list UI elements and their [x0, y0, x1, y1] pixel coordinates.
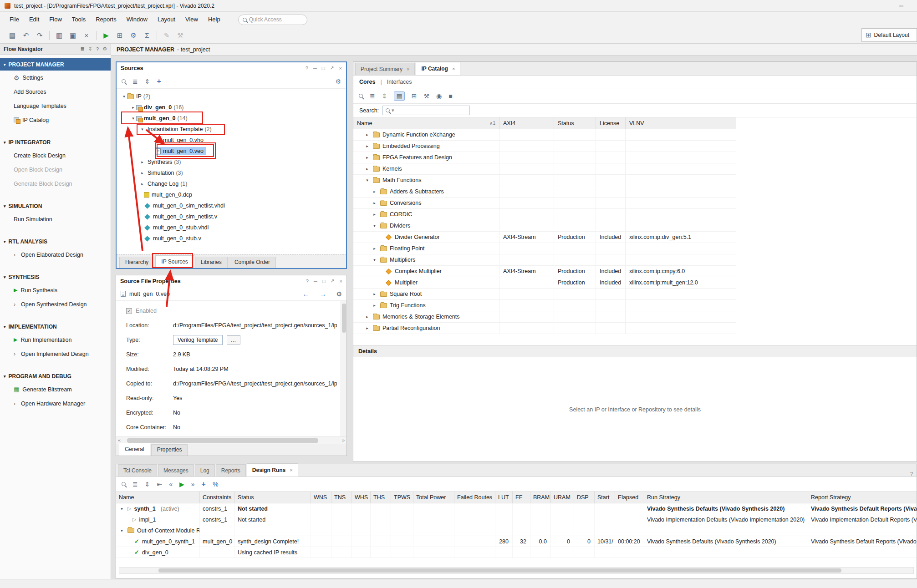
expander-icon[interactable]: ▸ — [364, 167, 370, 171]
column-header-axi4[interactable]: AXI4 — [499, 117, 554, 129]
chevron-right-icon[interactable]: › — [14, 351, 18, 357]
taxonomy-icon[interactable]: ⊞ — [412, 92, 417, 100]
flow-section-project-manager[interactable]: ▾ PROJECT MANAGER — [0, 58, 111, 71]
tree-item-mult-gen-0-dcp[interactable]: mult_gen_0.dcp — [117, 189, 346, 200]
catalog-row-divider-generator[interactable]: Divider Generator AXI4-Stream Production… — [353, 232, 736, 243]
subtab-interfaces[interactable]: Interfaces — [387, 79, 412, 85]
tree-item-div-gen-0[interactable]: ▸ div_gen_0 (16) — [117, 102, 346, 113]
menu-window[interactable]: Window — [122, 12, 153, 27]
catalog-row[interactable]: ▸Trig Functions — [353, 300, 736, 311]
expander-icon[interactable]: ▸ — [372, 292, 377, 296]
column-header[interactable]: Name — [116, 492, 199, 503]
enabled-checkbox[interactable]: ✓ — [126, 308, 132, 314]
column-header-license[interactable]: License — [596, 117, 625, 129]
flow-item-open-elaborated-design[interactable]: › Open Elaborated Design — [0, 248, 111, 262]
settings-wrench-icon[interactable]: ⚒ — [423, 92, 429, 100]
tab-ip-sources[interactable]: IP Sources — [155, 255, 194, 268]
catalog-row[interactable]: ▸Floating Point — [353, 243, 736, 254]
flow-item-settings[interactable]: ⚙ Settings — [0, 71, 111, 85]
expander-icon[interactable]: ▾ — [130, 116, 136, 121]
column-header[interactable]: DSP — [574, 492, 594, 503]
horizontal-scrollbar[interactable]: « » — [116, 436, 346, 444]
tree-item-instantiation-template[interactable]: ▾ Instantiation Template (2) — [117, 124, 346, 135]
scroll-right-icon[interactable]: » — [342, 437, 345, 443]
expander-icon[interactable]: ▾ — [121, 94, 127, 99]
flow-item-generate-block-design[interactable]: Generate Block Design — [0, 177, 111, 191]
scrollbar-thumb[interactable] — [342, 304, 346, 333]
column-header[interactable]: Run Strategy — [644, 492, 808, 503]
column-header[interactable]: LUT — [495, 492, 512, 503]
menu-tools[interactable]: Tools — [67, 12, 91, 27]
step-forward-icon[interactable]: » — [191, 481, 195, 488]
forward-icon[interactable]: → — [319, 290, 326, 298]
catalog-row[interactable]: ▸Embedded Processing — [353, 141, 736, 152]
column-header[interactable]: WNS — [311, 492, 331, 503]
close-icon[interactable]: × — [339, 66, 342, 71]
stop-icon[interactable]: ■ — [448, 92, 452, 100]
flow-item-open-block-design[interactable]: Open Block Design — [0, 162, 111, 177]
column-header-name[interactable]: Name ∧1 — [353, 117, 499, 129]
expander-icon[interactable]: ▾ — [139, 127, 145, 132]
tab-messages[interactable]: Messages — [158, 464, 194, 476]
expander-icon[interactable]: ▸ — [364, 144, 370, 148]
catalog-row[interactable]: ▸Dynamic Function eXchange — [353, 129, 736, 141]
expand-all-icon[interactable]: ⇕ — [145, 481, 150, 488]
catalog-search-input[interactable]: ▾ — [382, 106, 470, 115]
gear-icon[interactable]: ⚙ — [336, 290, 342, 298]
scroll-left-icon[interactable]: « — [118, 437, 121, 443]
expander-icon[interactable]: ▸ — [372, 201, 377, 205]
run-row-div-gen-0[interactable]: ✓div_gen_0 Using cached IP results — [116, 547, 917, 558]
minimize-button[interactable]: ─ — [899, 2, 912, 9]
flow-steps-icon[interactable]: ⊞ — [113, 31, 127, 40]
help-icon[interactable]: ? — [306, 66, 308, 71]
minimize-icon[interactable]: ─ — [313, 66, 317, 71]
flow-item-add-sources[interactable]: Add Sources — [0, 85, 111, 99]
column-header[interactable]: WHS — [352, 492, 370, 503]
flow-item-run-implementation[interactable]: ▶ Run Implementation — [0, 333, 111, 347]
collapse-all-icon[interactable]: ≣ — [81, 46, 85, 52]
run-icon[interactable]: ▶ — [179, 481, 184, 488]
help-icon[interactable]: ? — [96, 46, 99, 52]
add-sources-icon[interactable]: + — [157, 77, 161, 86]
browse-button[interactable]: … — [227, 335, 240, 345]
first-icon[interactable]: ⇤ — [157, 481, 162, 488]
search-icon[interactable] — [359, 94, 363, 98]
catalog-row[interactable]: ▸Conversions — [353, 198, 736, 209]
menu-flow[interactable]: Flow — [44, 12, 66, 27]
close-icon[interactable]: × — [407, 64, 409, 75]
sum-icon[interactable]: Σ — [140, 31, 154, 39]
tree-item-change-log[interactable]: ▸ Change Log (1) — [117, 178, 346, 189]
expander-icon[interactable]: ▸ — [364, 155, 370, 160]
chevron-right-icon[interactable]: › — [14, 400, 18, 407]
report-icon[interactable]: ▥ — [52, 31, 66, 40]
catalog-row[interactable]: ▸Square Root — [353, 289, 736, 300]
flow-item-open-synthesized-design[interactable]: › Open Synthesized Design — [0, 297, 111, 311]
close-icon[interactable]: × — [340, 279, 342, 284]
expand-all-icon[interactable]: ⇕ — [145, 78, 150, 85]
catalog-row[interactable]: ▸Adders & Subtracters — [353, 186, 736, 198]
flow-item-open-hardware-manager[interactable]: › Open Hardware Manager — [0, 396, 111, 411]
collapse-all-icon[interactable]: ≣ — [370, 92, 375, 100]
tree-item-synthesis[interactable]: ▸ Synthesis (3) — [117, 157, 346, 167]
tree-item-sim-netlist-vhdl[interactable]: mult_gen_0_sim_netlist.vhdl — [117, 200, 346, 211]
percent-icon[interactable]: % — [213, 481, 218, 488]
flow-section-program-and-debug[interactable]: ▾ PROGRAM AND DEBUG — [0, 370, 111, 382]
chevron-right-icon[interactable]: › — [14, 252, 18, 258]
tab-general[interactable]: General — [119, 443, 150, 456]
chevron-right-icon[interactable]: › — [14, 301, 18, 308]
flow-item-language-templates[interactable]: Language Templates — [0, 99, 111, 113]
maximize-icon[interactable]: □ — [322, 279, 326, 284]
float-icon[interactable]: ↗ — [330, 278, 334, 284]
tab-tcl-console[interactable]: Tcl Console — [118, 464, 157, 476]
save-icon[interactable]: ▤ — [5, 31, 19, 40]
step-back-icon[interactable]: « — [169, 481, 173, 488]
type-dropdown[interactable]: Verilog Template — [173, 335, 223, 345]
column-header-vlnv[interactable]: VLNV — [625, 117, 736, 129]
catalog-row[interactable]: ▾Dividers — [353, 220, 736, 232]
settings-gear-icon[interactable]: ⚙ — [127, 31, 140, 40]
flow-item-run-simulation[interactable]: Run Simulation — [0, 212, 111, 226]
undo-icon[interactable]: ↶ — [19, 31, 33, 40]
flow-section-implementation[interactable]: ▾ IMPLEMENTATION — [0, 320, 111, 333]
flow-item-create-block-design[interactable]: Create Block Design — [0, 148, 111, 162]
redo-icon[interactable]: ↷ — [33, 31, 46, 40]
